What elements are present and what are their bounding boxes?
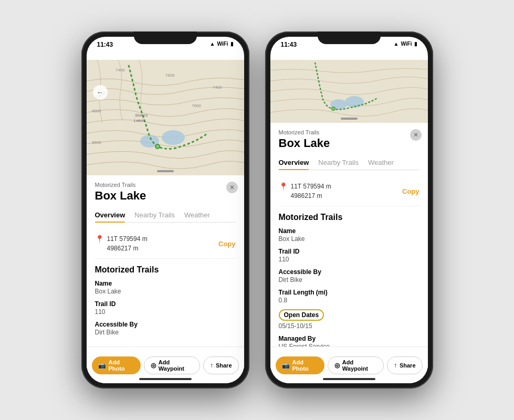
close-icon-right: ✕ xyxy=(413,131,418,139)
waypoint-icon-left: ◎ xyxy=(151,362,156,369)
coords-left: 11T 579594 m 4986217 m xyxy=(107,234,148,253)
label-accessible-right: Accessible By xyxy=(279,268,419,276)
svg-point-2 xyxy=(162,130,185,145)
close-button-left[interactable]: ✕ xyxy=(226,182,238,193)
location-row-right: 📍 11T 579594 m 4986217 m Copy xyxy=(279,176,419,206)
value-trailid-left: 110 xyxy=(95,308,236,316)
value-name-left: Box Lake xyxy=(95,288,236,295)
map-scroll-indicator xyxy=(157,170,174,172)
add-photo-button-right[interactable]: 📷 Add Photo xyxy=(276,356,324,374)
svg-text:Lakes: Lakes xyxy=(134,118,145,123)
label-length-right: Trail Length (mi) xyxy=(279,289,419,296)
data-row-length-right: Trail Length (mi) 0.8 xyxy=(279,289,419,304)
back-icon: ← xyxy=(97,88,104,97)
add-waypoint-button-left[interactable]: ◎ Add Waypoint xyxy=(144,356,200,374)
tab-bar-left: Overview Nearby Trails Weather xyxy=(95,208,236,223)
status-time-left: 11:43 xyxy=(97,41,113,48)
map-scroll-indicator-right xyxy=(341,118,358,120)
data-row-trailid-left: Trail ID 110 xyxy=(95,300,236,316)
value-trailid-right: 110 xyxy=(279,256,419,263)
share-button-right[interactable]: ↑ Share xyxy=(387,356,423,374)
home-indicator-right xyxy=(323,378,375,380)
signal-icon-right: ▲ xyxy=(394,41,399,47)
status-icons-left: ▲ WiFi ▮ xyxy=(210,41,234,47)
phone-screen-right: 11:43 ▲ WiFi ▮ xyxy=(270,37,428,383)
location-row-left: 📍 11T 579594 m 4986217 m Copy xyxy=(95,229,236,259)
trail-name-right: Box Lake xyxy=(279,136,419,150)
add-photo-button-left[interactable]: 📷 Add Photo xyxy=(92,356,141,374)
data-row-opendates-right: Open Dates 05/15-10/15 xyxy=(279,309,419,330)
topo-map-right xyxy=(270,60,428,123)
value-name-right: Box Lake xyxy=(279,235,419,243)
svg-text:Sisters: Sisters xyxy=(135,113,148,118)
svg-text:7600: 7600 xyxy=(192,103,201,108)
content-area-right: ✕ Motorized Trails Box Lake Overview Nea… xyxy=(270,123,428,383)
status-icons-right: ▲ WiFi ▮ xyxy=(394,41,417,47)
tab-bar-right: Overview Nearby Trails Weather xyxy=(279,155,419,170)
phone-screen-left: 11:43 ▲ WiFi ▮ xyxy=(87,37,244,383)
data-row-trailid-right: Trail ID 110 xyxy=(279,248,419,263)
back-button[interactable]: ← xyxy=(93,85,108,100)
content-area-left: ✕ Motorized Trails Box Lake Overview Nea… xyxy=(87,175,244,383)
section-title-left: Motorized Trails xyxy=(95,265,236,275)
data-row-name-left: Name Box Lake xyxy=(95,280,236,295)
svg-point-16 xyxy=(345,96,364,108)
share-icon-right: ↑ xyxy=(394,362,397,369)
battery-icon: ▮ xyxy=(230,41,234,47)
tab-weather-right[interactable]: Weather xyxy=(368,155,394,170)
svg-text:6600: 6600 xyxy=(92,140,101,145)
location-left: 📍 11T 579594 m 4986217 m xyxy=(95,234,148,253)
value-accessible-left: Dirt Bike xyxy=(95,329,236,336)
camera-icon-right: 📷 xyxy=(282,362,290,369)
trail-category-right: Motorized Trails xyxy=(279,129,419,135)
wifi-icon: WiFi xyxy=(217,41,228,47)
signal-icon: ▲ xyxy=(210,41,215,47)
wifi-icon-right: WiFi xyxy=(401,41,412,47)
tab-weather-left[interactable]: Weather xyxy=(184,208,210,222)
home-indicator-left xyxy=(139,378,192,380)
waypoint-icon-right: ◎ xyxy=(334,362,340,369)
label-name-left: Name xyxy=(95,280,236,287)
data-row-accessible-right: Accessible By Dirt Bike xyxy=(279,268,419,284)
label-trailid-left: Trail ID xyxy=(95,300,236,308)
tab-nearby-right[interactable]: Nearby Trails xyxy=(318,155,359,170)
label-opendates-right: Open Dates xyxy=(279,309,324,321)
data-row-name-right: Name Box Lake xyxy=(279,227,419,243)
camera-icon-left: 📷 xyxy=(98,362,106,369)
close-icon-left: ✕ xyxy=(229,184,235,191)
value-length-right: 0.8 xyxy=(279,297,419,304)
value-opendates-right: 05/15-10/15 xyxy=(279,322,419,330)
phone-right: 11:43 ▲ WiFi ▮ xyxy=(265,32,433,388)
copy-button-left[interactable]: Copy xyxy=(218,240,236,248)
battery-icon-right: ▮ xyxy=(414,41,417,47)
phone-notch xyxy=(134,32,197,44)
label-accessible-left: Accessible By xyxy=(95,321,236,328)
trail-name-left: Box Lake xyxy=(95,189,236,203)
svg-text:6800: 6800 xyxy=(92,109,101,113)
location-right: 📍 11T 579594 m 4986217 m xyxy=(279,182,331,201)
share-icon-left: ↑ xyxy=(210,362,213,369)
data-row-accessible-left: Accessible By Dirt Bike xyxy=(95,321,236,336)
tab-overview-left[interactable]: Overview xyxy=(95,208,125,222)
topo-map-left: 7400 7600 7400 7600 6800 6600 Sisters La… xyxy=(87,60,244,175)
svg-text:7600: 7600 xyxy=(165,73,175,78)
map-area-right[interactable] xyxy=(270,60,428,123)
svg-point-4 xyxy=(156,145,159,148)
tab-overview-right[interactable]: Overview xyxy=(279,155,309,170)
svg-text:7400: 7400 xyxy=(213,85,222,90)
phone-left: 11:43 ▲ WiFi ▮ xyxy=(81,32,249,388)
phone-notch-right xyxy=(318,32,381,44)
trail-category-left: Motorized Trails xyxy=(95,182,236,188)
add-waypoint-button-right[interactable]: ◎ Add Waypoint xyxy=(328,356,384,374)
tab-nearby-left[interactable]: Nearby Trails xyxy=(134,208,175,222)
close-button-right[interactable]: ✕ xyxy=(410,129,422,141)
map-area-left[interactable]: 7400 7600 7400 7600 6800 6600 Sisters La… xyxy=(87,60,244,175)
coords-right: 11T 579594 m 4986217 m xyxy=(291,182,331,201)
status-time-right: 11:43 xyxy=(281,41,297,48)
label-trailid-right: Trail ID xyxy=(279,248,419,255)
copy-button-right[interactable]: Copy xyxy=(402,187,419,195)
content-scroll-right[interactable]: ✕ Motorized Trails Box Lake Overview Nea… xyxy=(270,123,428,383)
pin-icon-left: 📍 xyxy=(95,235,104,243)
share-button-left[interactable]: ↑ Share xyxy=(203,356,239,374)
pin-icon-right: 📍 xyxy=(279,182,288,191)
